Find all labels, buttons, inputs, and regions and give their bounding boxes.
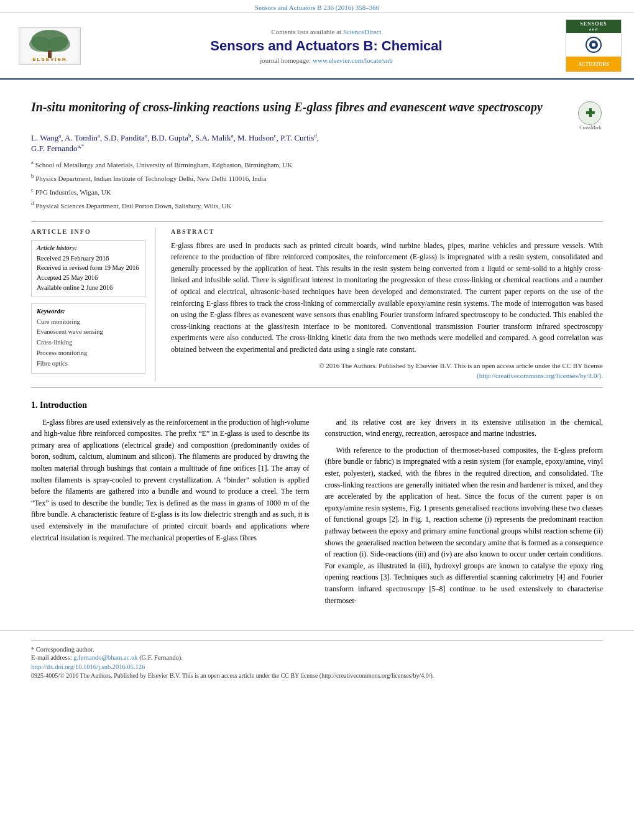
affil-d: d Physical Sciences Department, Dstl Por… <box>31 199 603 211</box>
introduction-section: 1. Introduction E-glass fibres are used … <box>31 400 603 612</box>
journal-center: Contents lists available at ScienceDirec… <box>87 28 566 64</box>
issn-line: 0925-4005/© 2016 The Authors. Published … <box>31 672 603 679</box>
article-body: In-situ monitoring of cross-linking reac… <box>0 80 634 621</box>
kw-5: Fibre optics <box>37 359 140 369</box>
elsevier-logo-image: ELSEVIER <box>19 27 81 65</box>
article-info-title: ARTICLE INFO <box>31 228 145 235</box>
email-link[interactable]: g.fernando@bham.ac.uk <box>73 654 137 661</box>
history-label: Article history: <box>37 244 140 251</box>
sciencedirect-link[interactable]: ScienceDirect <box>343 28 382 35</box>
sensors-logo-mid <box>566 33 621 57</box>
sensors-logo-top: SENSORS and <box>566 20 621 33</box>
affiliations: a School of Metallurgy and Materials, Un… <box>31 158 603 212</box>
revised: Received in revised form 19 May 2016 <box>37 263 140 273</box>
affil-c: c PPG Industries, Wigan, UK <box>31 185 603 198</box>
elsevier-tree-svg: ELSEVIER <box>22 29 78 63</box>
received: Received 29 February 2016 <box>37 254 140 264</box>
journal-header: ELSEVIER Contents lists available at Sci… <box>0 13 634 80</box>
article-info-abstract: ARTICLE INFO Article history: Received 2… <box>31 221 603 388</box>
sensors-logo-graphic <box>578 35 609 54</box>
elsevier-logo: ELSEVIER <box>12 27 87 65</box>
authors-line: L. Wanga, A. Tomlina, S.D. Panditaa, B.D… <box>31 132 603 154</box>
intro-col1: E-glass fibres are used extensively as t… <box>31 417 310 612</box>
history-content: Received 29 February 2016 Received in re… <box>37 254 140 293</box>
footer-divider <box>31 640 603 641</box>
page: Sensors and Actuators B 236 (2016) 358–3… <box>0 0 634 840</box>
doi-line: http://dx.doi.org/10.1016/j.snb.2016.05.… <box>31 663 603 670</box>
footnote-email: E-mail address: g.fernando@bham.ac.uk (G… <box>31 654 603 661</box>
article-title: In-situ monitoring of cross-linking reac… <box>31 98 572 116</box>
svg-point-3 <box>48 37 70 52</box>
intro-col2-p2: With reference to the production of ther… <box>325 445 604 606</box>
history-box: Article history: Received 29 February 20… <box>31 240 145 297</box>
accepted: Accepted 25 May 2016 <box>37 273 140 283</box>
crossmark-badge: ✚ CrossMark <box>578 101 603 126</box>
section-heading: 1. Introduction <box>31 400 603 410</box>
kw-4: Process monitoring <box>37 348 140 359</box>
journal-citation-bar: Sensors and Actuators B 236 (2016) 358–3… <box>0 0 634 13</box>
kw-1: Cure monitoring <box>37 317 140 328</box>
svg-point-8 <box>592 43 595 47</box>
footer: * Corresponding author. E-mail address: … <box>0 630 634 684</box>
sensors-logo-bottom: ACTUATORS <box>566 57 621 72</box>
intro-text-columns: E-glass fibres are used extensively as t… <box>31 417 603 612</box>
abstract-text: E-glass fibres are used in products such… <box>171 240 603 356</box>
crossmark-label: CrossMark <box>578 125 603 131</box>
keywords-box: Keywords: Cure monitoring Evanescent wav… <box>31 303 145 374</box>
homepage-link[interactable]: www.elsevier.com/locate/snb <box>313 57 393 64</box>
kw-3: Cross-linking <box>37 338 140 348</box>
kw-2: Evanescent wave sensing <box>37 327 140 338</box>
article-info-panel: ARTICLE INFO Article history: Received 2… <box>31 228 155 381</box>
abstract-panel: ABSTRACT E-glass fibres are used in prod… <box>168 228 603 381</box>
journal-homepage: journal homepage: www.elsevier.com/locat… <box>99 57 553 64</box>
svg-text:ELSEVIER: ELSEVIER <box>32 57 67 62</box>
copyright-line: © 2016 The Authors. Published by Elsevie… <box>171 361 603 381</box>
crossmark-icon: ✚ <box>578 101 602 125</box>
footnote-star-line: * Corresponding author. <box>31 646 603 653</box>
doi-link[interactable]: http://dx.doi.org/10.1016/j.snb.2016.05.… <box>31 663 145 670</box>
intro-col2: and its relative cost are key drivers in… <box>325 417 604 612</box>
keywords-label: Keywords: <box>37 308 140 315</box>
available-online: Available online 2 June 2016 <box>37 283 140 293</box>
journal-citation: Sensors and Actuators B 236 (2016) 358–3… <box>255 4 379 11</box>
cc-link[interactable]: (http://creativecommons.org/licenses/by/… <box>477 372 603 379</box>
intro-col2-p1: and its relative cost are key drivers in… <box>325 417 604 440</box>
intro-p1: E-glass fibres are used extensively as t… <box>31 417 310 544</box>
sensors-actuators-logo: SENSORS and ACTUATORS <box>566 19 622 72</box>
title-area: In-situ monitoring of cross-linking reac… <box>31 98 603 126</box>
article-title-rest: monitoring of cross-linking reactions us… <box>66 100 543 114</box>
affil-b: b Physics Department, Indian Institute o… <box>31 172 603 184</box>
abstract-title: ABSTRACT <box>171 228 603 235</box>
affil-a: a School of Metallurgy and Materials, Un… <box>31 158 603 170</box>
contents-line: Contents lists available at ScienceDirec… <box>99 28 553 35</box>
journal-title: Sensors and Actuators B: Chemical <box>99 38 553 54</box>
